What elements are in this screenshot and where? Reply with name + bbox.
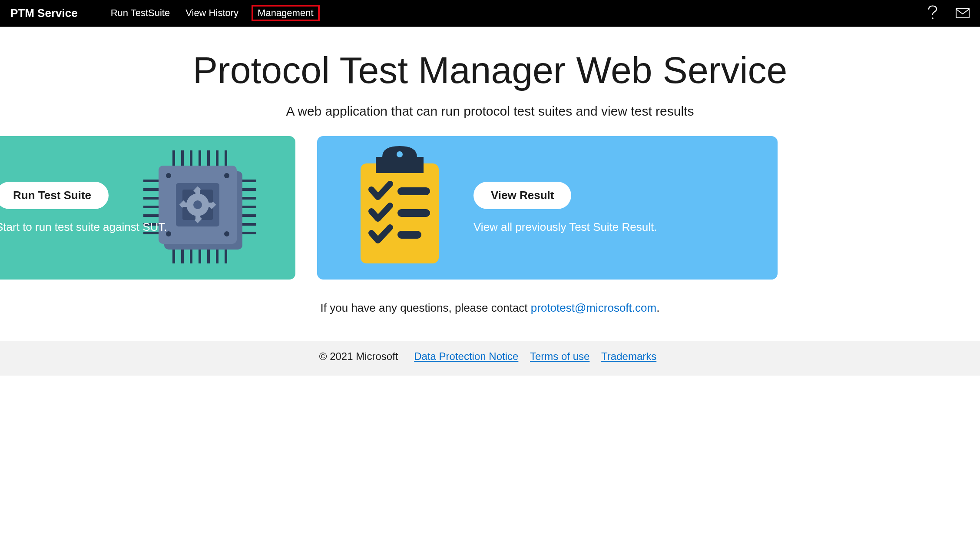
card-run-test-suite: Run Test Suite Start to run test suite a… bbox=[0, 136, 295, 280]
run-test-suite-button[interactable]: Run Test Suite bbox=[0, 182, 109, 209]
svg-rect-53 bbox=[397, 231, 421, 239]
clipboard-checklist-icon bbox=[343, 144, 456, 272]
nav-management[interactable]: Management bbox=[252, 5, 319, 21]
run-test-suite-desc: Start to run test suite against SUT. bbox=[0, 220, 167, 234]
svg-rect-52 bbox=[397, 209, 430, 217]
footer-link-terms[interactable]: Terms of use bbox=[530, 350, 589, 362]
svg-rect-51 bbox=[397, 187, 430, 195]
svg-point-35 bbox=[224, 173, 229, 178]
footer-link-data-protection[interactable]: Data Protection Notice bbox=[414, 350, 518, 362]
svg-point-48 bbox=[397, 151, 403, 157]
svg-rect-50 bbox=[376, 163, 424, 173]
contact-suffix: . bbox=[656, 301, 659, 314]
nav-run-testsuite[interactable]: Run TestSuite bbox=[108, 6, 173, 20]
nav-links: Run TestSuite View History Management bbox=[108, 5, 320, 21]
mail-icon[interactable] bbox=[956, 8, 970, 18]
page-title: Protocol Test Manager Web Service bbox=[9, 49, 971, 92]
view-result-desc: View all previously Test Suite Result. bbox=[473, 220, 657, 234]
contact-line: If you have any questions, please contac… bbox=[0, 297, 980, 341]
page-subtitle: A web application that can run protocol … bbox=[9, 104, 971, 119]
top-navbar: PTM Service Run TestSuite View History M… bbox=[0, 0, 980, 27]
brand-title[interactable]: PTM Service bbox=[10, 7, 78, 20]
svg-rect-1 bbox=[956, 8, 969, 18]
nav-icons bbox=[927, 5, 970, 21]
footer: © 2021 Microsoft Data Protection Notice … bbox=[0, 341, 980, 376]
help-icon[interactable] bbox=[927, 5, 938, 21]
contact-email-link[interactable]: prototest@microsoft.com bbox=[531, 301, 656, 314]
svg-point-47 bbox=[193, 200, 202, 209]
nav-view-history[interactable]: View History bbox=[183, 6, 241, 20]
card-view-result: View Result View all previously Test Sui… bbox=[317, 136, 778, 280]
svg-point-34 bbox=[166, 173, 171, 178]
footer-copyright: © 2021 Microsoft bbox=[319, 350, 398, 362]
view-result-button[interactable]: View Result bbox=[473, 182, 571, 209]
hero-section: Protocol Test Manager Web Service A web … bbox=[0, 27, 980, 136]
cards-row: Run Test Suite Start to run test suite a… bbox=[0, 136, 980, 297]
footer-link-trademarks[interactable]: Trademarks bbox=[601, 350, 656, 362]
contact-prefix: If you have any questions, please contac… bbox=[321, 301, 531, 314]
svg-point-37 bbox=[224, 231, 229, 236]
svg-point-0 bbox=[932, 17, 934, 19]
